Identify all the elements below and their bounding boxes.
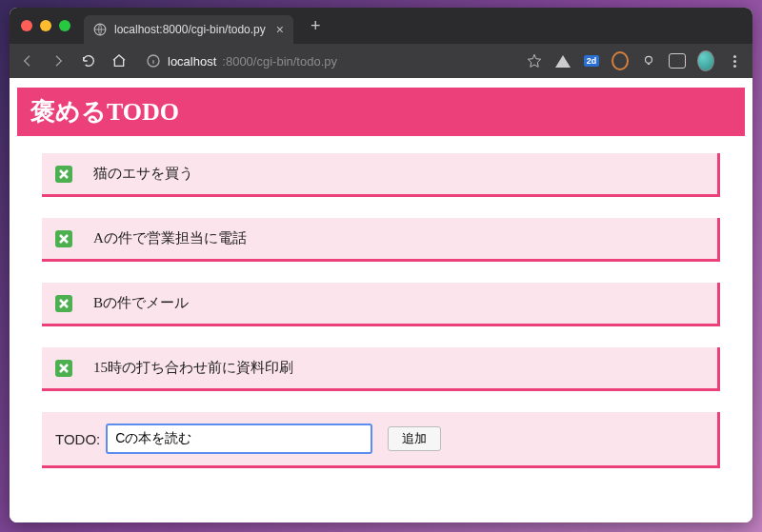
url-bar: localhost:8000/cgi-bin/todo.py 2d [10,44,752,78]
browser-tab[interactable]: localhost:8000/cgi-bin/todo.py × [84,15,293,44]
chat-icon[interactable] [669,52,686,69]
extension-ring-icon[interactable] [612,52,629,69]
delete-button[interactable] [55,230,72,247]
todo-text: 15時の打ち合わせ前に資料印刷 [93,359,293,377]
svg-point-2 [646,56,652,63]
maximize-window-button[interactable] [59,20,70,31]
page-content: 褒めるTODO 猫のエサを買う Aの件で営業担当に電話 Bの件でメール 15時の… [10,78,752,522]
url-path: :8000/cgi-bin/todo.py [222,54,337,69]
toolbar-right: 2d [526,52,743,69]
todo-text: Aの件で営業担当に電話 [93,229,247,247]
todo-text: Bの件でメール [93,294,189,312]
todo-item: 15時の打ち合わせ前に資料印刷 [42,347,720,391]
todo-text: 猫のエサを買う [93,165,193,183]
globe-icon [93,23,107,36]
todo-item: Aの件で営業担当に電話 [42,218,720,262]
tab-title: localhost:8000/cgi-bin/todo.py [114,23,269,36]
home-button[interactable] [110,52,128,69]
add-button[interactable]: 追加 [388,426,441,451]
add-input[interactable] [106,424,372,454]
bookmark-icon[interactable] [526,52,543,69]
reload-button[interactable] [80,52,97,69]
new-tab-button[interactable]: + [303,12,329,40]
extension-badge-icon[interactable]: 2d [583,52,600,69]
add-label: TODO: [55,431,100,447]
todo-item: 猫のエサを買う [42,153,720,197]
app-title: 褒めるTODO [17,88,745,136]
browser-window: localhost:8000/cgi-bin/todo.py × + local… [10,8,752,522]
menu-dots-icon[interactable] [726,52,743,69]
lightbulb-icon[interactable] [640,52,657,69]
close-tab-icon[interactable]: × [276,23,284,36]
delete-button[interactable] [55,360,72,377]
back-button[interactable] [19,52,36,69]
titlebar: localhost:8000/cgi-bin/todo.py × + [10,8,752,44]
address-field[interactable]: localhost:8000/cgi-bin/todo.py [141,52,505,69]
delete-button[interactable] [55,166,72,183]
delete-button[interactable] [55,295,72,312]
minimize-window-button[interactable] [40,20,51,31]
todo-item: Bの件でメール [42,283,720,326]
close-window-button[interactable] [21,20,32,31]
url-host: localhost [168,54,216,69]
site-info-icon[interactable] [145,52,162,69]
window-controls [21,20,70,31]
google-drive-icon[interactable] [554,52,572,69]
profile-avatar[interactable] [697,52,714,69]
forward-button[interactable] [50,52,67,69]
todo-list: 猫のエサを買う Aの件で営業担当に電話 Bの件でメール 15時の打ち合わせ前に資… [17,153,745,468]
add-todo-form: TODO: 追加 [42,412,720,468]
